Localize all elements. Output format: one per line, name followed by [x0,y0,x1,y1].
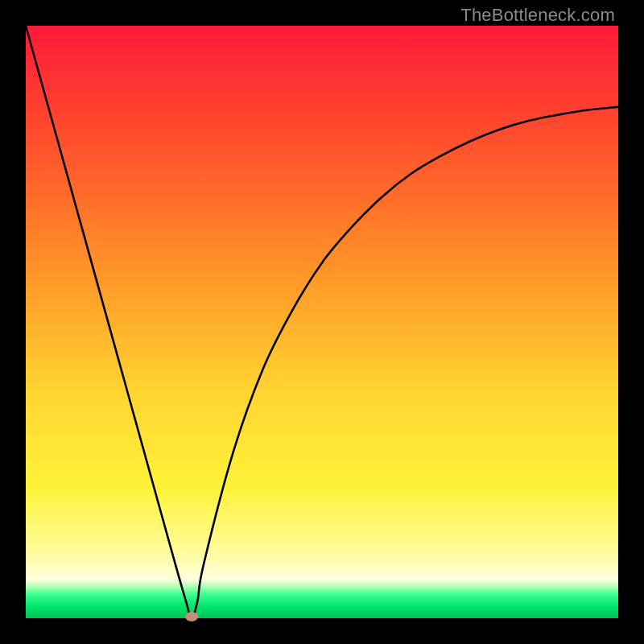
minimum-marker [185,612,198,621]
watermark-text: TheBottleneck.com [460,5,615,26]
curve-path [26,26,618,618]
bottleneck-curve [26,26,618,618]
chart-frame: TheBottleneck.com [0,0,644,644]
plot-area [26,26,618,618]
